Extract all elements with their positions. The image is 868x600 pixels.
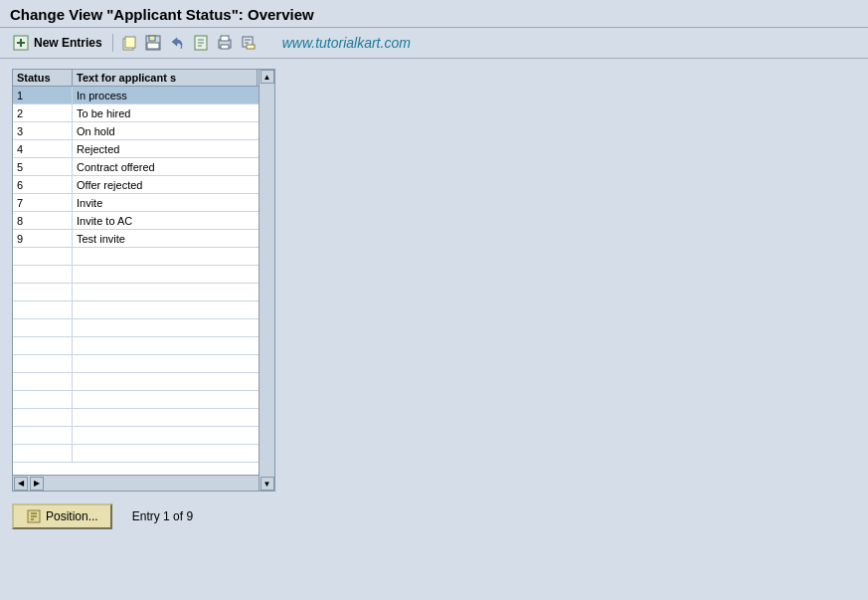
- table-row[interactable]: 3On hold: [13, 122, 274, 140]
- cell-text: On hold: [73, 122, 274, 139]
- find-button[interactable]: [239, 33, 259, 53]
- watermark-text: www.tutorialkart.com: [282, 35, 411, 51]
- cell-status-empty: [13, 355, 73, 372]
- table-row-empty[interactable]: [13, 445, 274, 463]
- copy-button[interactable]: [119, 33, 139, 53]
- table-row-empty[interactable]: [13, 248, 274, 266]
- table-row[interactable]: 6Offer rejected: [13, 176, 274, 194]
- document-icon: [192, 34, 210, 52]
- toolbar-separator-1: [112, 34, 113, 52]
- cell-text-empty: [73, 284, 274, 300]
- table-row-empty[interactable]: [13, 391, 274, 409]
- new-entries-icon: [12, 34, 30, 52]
- cell-status-empty: [13, 319, 73, 336]
- document-button[interactable]: [191, 33, 211, 53]
- cell-status-empty: [13, 337, 73, 354]
- scroll-right-button[interactable]: ▶: [30, 477, 44, 491]
- cell-text: Rejected: [73, 140, 274, 157]
- cell-status: 7: [13, 194, 73, 211]
- svg-rect-4: [125, 37, 135, 48]
- cell-status-empty: [13, 373, 73, 390]
- copy-icon: [120, 34, 138, 52]
- table-row-empty[interactable]: [13, 266, 274, 284]
- scroll-up-button[interactable]: ▲: [260, 70, 274, 84]
- position-button[interactable]: Position...: [12, 503, 112, 529]
- cell-text-empty: [73, 391, 274, 408]
- cell-text-empty: [73, 319, 274, 336]
- title-bar: Change View "Applicant Status": Overview: [0, 0, 868, 28]
- cell-text-empty: [73, 337, 274, 354]
- page-title: Change View "Applicant Status": Overview: [10, 6, 858, 23]
- svg-rect-18: [247, 45, 255, 49]
- svg-rect-6: [149, 36, 155, 41]
- cell-text-empty: [73, 266, 274, 283]
- cell-status-empty: [13, 409, 73, 426]
- table-row-empty[interactable]: [13, 373, 274, 391]
- table-row-empty[interactable]: [13, 337, 274, 355]
- undo-icon: [168, 34, 186, 52]
- cell-status: 3: [13, 122, 73, 139]
- cell-status-empty: [13, 266, 73, 283]
- find-icon: [240, 34, 258, 52]
- cell-status: 6: [13, 176, 73, 193]
- cell-text-empty: [73, 373, 274, 390]
- cell-text-empty: [73, 409, 274, 426]
- cell-status: 5: [13, 158, 73, 175]
- horizontal-scrollbar[interactable]: ◀ ▶: [13, 475, 274, 491]
- cell-text: Contract offered: [73, 158, 274, 175]
- scroll-down-button[interactable]: ▼: [260, 477, 274, 491]
- cell-status-empty: [13, 301, 73, 318]
- table-row[interactable]: 9Test invite: [13, 230, 274, 248]
- cell-text-empty: [73, 355, 274, 372]
- table-row[interactable]: 8Invite to AC: [13, 212, 274, 230]
- svg-rect-14: [221, 45, 229, 49]
- table-row[interactable]: 2To be hired: [13, 104, 274, 122]
- entry-info: Entry 1 of 9: [132, 509, 193, 523]
- status-column-header: Status: [13, 70, 73, 86]
- table-row[interactable]: 7Invite: [13, 194, 274, 212]
- cell-status-empty: [13, 284, 73, 300]
- cell-text: Invite: [73, 194, 274, 211]
- cell-status: 4: [13, 140, 73, 157]
- table-container: Status Text for applicant s 1In process2…: [12, 69, 275, 492]
- cell-text-empty: [73, 427, 274, 444]
- main-content: Status Text for applicant s 1In process2…: [0, 59, 868, 539]
- cell-status: 1: [13, 87, 73, 103]
- cell-text: Invite to AC: [73, 212, 274, 229]
- undo-button[interactable]: [167, 33, 187, 53]
- print-button[interactable]: [215, 33, 235, 53]
- save-icon: [144, 34, 162, 52]
- cell-text: Test invite: [73, 230, 274, 247]
- cell-status-empty: [13, 248, 73, 265]
- table-row-empty[interactable]: [13, 319, 274, 337]
- cell-text-empty: [73, 301, 274, 318]
- cell-status: 8: [13, 212, 73, 229]
- cell-text-empty: [73, 248, 274, 265]
- table-row-empty[interactable]: [13, 284, 274, 301]
- cell-text: In process: [73, 87, 274, 103]
- print-icon: [216, 34, 234, 52]
- vertical-scrollbar[interactable]: ▲ ▼: [259, 70, 274, 491]
- cell-text: Offer rejected: [73, 176, 274, 193]
- cell-status-empty: [13, 445, 73, 462]
- table-row[interactable]: 1In process: [13, 87, 274, 104]
- cell-status: 9: [13, 230, 73, 247]
- svg-rect-13: [221, 36, 229, 41]
- cell-status-empty: [13, 391, 73, 408]
- table-row[interactable]: 5Contract offered: [13, 158, 274, 176]
- cell-status-empty: [13, 427, 73, 444]
- cell-text: To be hired: [73, 104, 274, 121]
- new-entries-button[interactable]: New Entries: [8, 32, 106, 54]
- cell-text-empty: [73, 445, 274, 462]
- svg-rect-7: [147, 43, 159, 49]
- table-row[interactable]: 4Rejected: [13, 140, 274, 158]
- toolbar: New Entries: [0, 28, 868, 59]
- save-button[interactable]: [143, 33, 163, 53]
- scroll-left-button[interactable]: ◀: [14, 477, 28, 491]
- table-body: 1In process2To be hired3On hold4Rejected…: [13, 87, 274, 475]
- table-body-wrapper: 1In process2To be hired3On hold4Rejected…: [13, 87, 274, 475]
- table-row-empty[interactable]: [13, 355, 274, 373]
- table-row-empty[interactable]: [13, 409, 274, 427]
- table-row-empty[interactable]: [13, 427, 274, 445]
- table-row-empty[interactable]: [13, 301, 274, 319]
